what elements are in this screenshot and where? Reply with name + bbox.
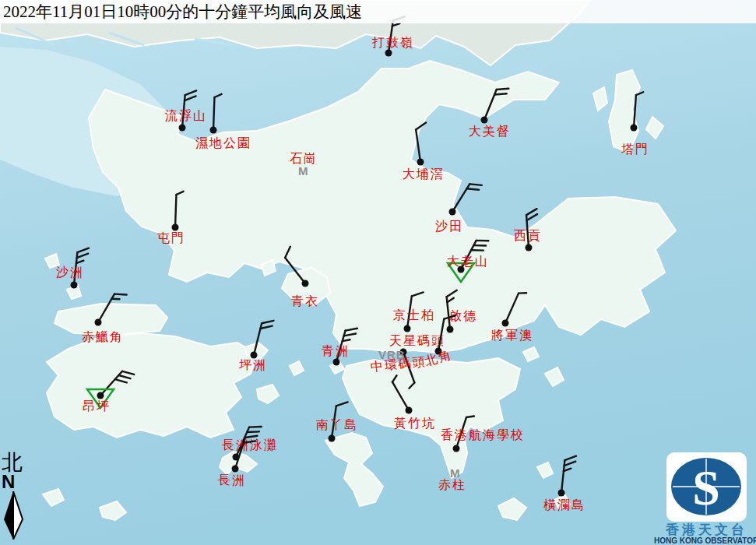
station-dot (481, 117, 488, 124)
station-dot (95, 319, 102, 326)
station-dot (329, 435, 336, 442)
station-label-ta-kwu-ling[interactable]: 打鼓嶺 (372, 37, 414, 49)
hko-logo: S 香港天文台 HONG KONG OBSERVATORY (657, 452, 756, 545)
station-dot (558, 490, 565, 497)
station-label-tai-mei-tuk[interactable]: 大美督 (469, 125, 511, 138)
station-dot (172, 224, 179, 231)
station-label-stanley[interactable]: 赤柱 (438, 479, 466, 491)
station-label-tseung-kwan-o[interactable]: 將軍澳 (491, 329, 533, 342)
hko-logo-icon: S (666, 452, 747, 522)
missing-data-marker: M (298, 165, 309, 177)
station-dot (631, 125, 638, 132)
station-dot (385, 50, 392, 57)
station-dot (210, 127, 217, 134)
missing-data-marker: M (450, 467, 461, 479)
station-label-shek-kong[interactable]: 石崗 (290, 153, 318, 165)
station-label-lamma-island[interactable]: 南丫島 (316, 419, 358, 431)
station-label-wetland-park[interactable]: 濕地公園 (195, 137, 251, 149)
station-label-green-island[interactable]: 青洲 (322, 345, 350, 357)
wind-map-frame: 2022年11月01日10時00分的十分鐘平均風向及風速 打鼓嶺流浮山濕地公園M… (0, 0, 756, 545)
station-dot (502, 320, 509, 327)
station-dot (526, 244, 533, 251)
station-label-tates-cairn[interactable]: 大老山 (447, 255, 489, 268)
hko-logo-chinese: 香港天文台 (657, 523, 756, 536)
station-label-peng-chau[interactable]: 坪洲 (239, 359, 267, 371)
station-dot (97, 392, 104, 399)
map-title: 2022年11月01日10時00分的十分鐘平均風向及風速 (0, 0, 756, 23)
north-compass: 北 N (2, 452, 28, 540)
station-dot (302, 280, 309, 287)
compass-north-chinese: 北 (2, 452, 28, 473)
station-label-tuen-mun[interactable]: 屯門 (157, 232, 185, 244)
hko-logo-english: HONG KONG OBSERVATORY (654, 536, 756, 545)
station-dot (232, 466, 239, 473)
station-label-tap-mun[interactable]: 塔門 (621, 143, 649, 156)
station-label-cheung-chau[interactable]: 長洲 (218, 474, 246, 487)
svg-text:S: S (692, 460, 720, 515)
north-arrow-icon (2, 491, 26, 540)
station-dot (453, 445, 460, 452)
station-label-waglan-island[interactable]: 橫瀾島 (543, 499, 585, 512)
station-label-ngong-ping[interactable]: 昂坪 (83, 400, 111, 413)
station-dot (333, 359, 340, 366)
compass-north-letter: N (2, 473, 28, 491)
station-label-sai-kung[interactable]: 西貢 (514, 230, 542, 242)
